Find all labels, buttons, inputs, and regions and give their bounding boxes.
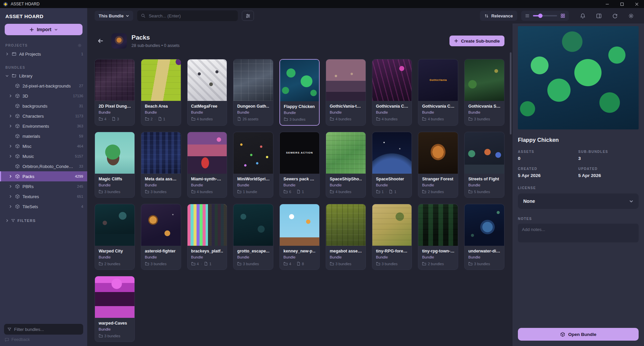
bundle-card[interactable]: kenney_new-p… Bundle 4·8 (279, 204, 320, 270)
sidebar-bundle-item[interactable]: Environments 363 (0, 121, 87, 131)
bundle-cube-icon (15, 154, 20, 159)
thumbnail-text: SEWERS ACTION (286, 151, 313, 155)
sidebar-item-count: 17136 (71, 94, 83, 98)
scrollbar-thumb[interactable] (510, 52, 512, 134)
arrow-left-icon (97, 37, 104, 45)
close-button[interactable] (629, 0, 644, 8)
refresh-button[interactable] (608, 10, 621, 21)
filter-bundles-input[interactable] (14, 327, 80, 332)
bundle-type-label: Bundle (422, 183, 454, 187)
sidebar-item-library[interactable]: Library (0, 71, 87, 81)
bundle-card[interactable]: SEWERS ACTION Sewers pack … Bundle 6·1 (279, 132, 320, 198)
bundle-thumbnail (280, 60, 319, 101)
bundle-card[interactable]: Streets of Fight Bundle 5 bundles (464, 132, 504, 198)
sidebar-bundle-item[interactable]: 3D 17136 (0, 91, 87, 101)
library-folder-icon (12, 73, 17, 78)
bundle-card[interactable]: Gothicvania S… Bundle 3 bundles (464, 59, 504, 126)
sidebar-bundle-item[interactable]: materials 59 (0, 131, 87, 141)
bundle-card[interactable]: SpaceShipSho… Bundle 4 bundles (326, 132, 366, 198)
chevron-right-icon (9, 155, 13, 158)
notifications-button[interactable] (576, 10, 589, 21)
create-subbundle-button[interactable]: Create Sub-bundle (449, 36, 504, 46)
app-window: ASSET HOARD ASSET HOARD Import PROJECTS (0, 0, 644, 346)
bundle-thumbnail (141, 59, 181, 101)
sidebar-bundle-item[interactable]: Misc 464 (0, 141, 87, 151)
bundle-type-label: Bundle (99, 183, 131, 187)
feedback-link[interactable]: Feedback (5, 337, 83, 342)
slider-knob[interactable] (538, 14, 542, 18)
bundle-card[interactable]: SpaceShooter Bundle 1·1 (372, 132, 412, 198)
panel-toggle-button[interactable] (592, 10, 605, 21)
sidebar-bundle-item[interactable]: Characters 1173 (0, 111, 87, 121)
bundle-counts: 3 bundles (99, 334, 131, 338)
bundle-card[interactable]: Warped City Bundle 2 bundles (95, 204, 135, 270)
folder-icon (422, 117, 426, 121)
bundle-type-label: Bundle (145, 183, 177, 187)
list-view-icon[interactable] (525, 13, 530, 18)
sidebar-bundle-item[interactable]: Orbitron,Roboto_Conde… 33 (0, 161, 87, 171)
bundle-tree: 2d-pixel-art-backgrounds 27 3D 17136 bac… (0, 81, 87, 212)
search-input[interactable] (149, 13, 234, 18)
sidebar-item-all-projects[interactable]: All Projects 1 (0, 49, 87, 59)
sort-button[interactable]: Relevance (480, 11, 517, 21)
bundle-card[interactable]: Miami-synth-… Bundle 4 bundles (187, 132, 227, 198)
bundle-card[interactable]: Beach Area Bundle 2·1 (141, 59, 181, 126)
sidebar-bundle-item[interactable]: Textures 651 (0, 191, 87, 201)
bundle-card[interactable]: GothicVania-t… Bundle 4 bundles (326, 59, 366, 126)
bundle-cube-icon (15, 194, 20, 199)
sidebar-filters-toggle[interactable]: FILTERS (0, 216, 87, 226)
bundle-type-label: Bundle (237, 183, 269, 187)
import-button[interactable]: Import (5, 24, 83, 35)
bundle-cube-icon (15, 134, 20, 138)
grid-view-icon[interactable] (560, 13, 565, 18)
back-button[interactable] (95, 35, 107, 47)
chevron-down-icon (126, 14, 129, 17)
bundle-counts: 1 bundle (237, 189, 269, 194)
bundle-counts: 3 bundles (468, 117, 500, 121)
sidebar-bundle-item[interactable]: 2d-pixel-art-backgrounds 27 (0, 81, 87, 91)
bundle-card[interactable]: tiny-RPG-fore… Bundle 3 bundles (372, 204, 412, 270)
minimize-button[interactable] (600, 0, 614, 8)
bundle-card[interactable]: tiny-rpg-town-… Bundle 2 bundles (418, 204, 458, 270)
bundle-card[interactable]: Stranger Forest Bundle 2 bundles (418, 132, 458, 198)
bundle-card[interactable]: MiniWorldSpri… Bundle 1 bundle (233, 132, 273, 198)
license-label: LICENSE (518, 186, 639, 190)
sidebar-bundle-item[interactable]: backgrounds 31 (0, 101, 87, 111)
open-bundle-button[interactable]: Open Bundle (518, 328, 639, 341)
bundle-card[interactable]: CatMegaFree Bundle 4 bundles (187, 59, 227, 126)
sidebar-bundle-item[interactable]: TileSets 4 (0, 201, 87, 212)
bundle-card[interactable]: warped-Caves Bundle 3 bundles (95, 276, 135, 342)
bundle-card[interactable]: Meta data ass… Bundle 3 bundles (141, 132, 181, 198)
bundle-card[interactable]: Magic Cliffs Bundle 3 bundles (95, 132, 135, 198)
bundle-title: Flappy Chicken (284, 104, 315, 109)
sidebar-bundle-item[interactable]: Packs 4299 (0, 171, 87, 181)
advanced-filters-button[interactable] (242, 11, 254, 21)
bundle-thumbnail (465, 132, 504, 174)
sidebar-item-count: 464 (75, 144, 83, 148)
scope-dropdown[interactable]: This Bundle (95, 11, 133, 21)
bundle-card[interactable]: grotto_escape… Bundle 3 bundles (233, 204, 273, 270)
folder-icon (99, 189, 103, 194)
bundle-card[interactable]: Dungeon Gath… Bundle 26 assets (233, 59, 273, 126)
bundle-card[interactable]: GothicVania Gothicvania C… Bundle 4 bund… (418, 59, 458, 126)
bundle-counts: 2 bundles (422, 262, 454, 266)
settings-button[interactable] (625, 10, 637, 21)
bundle-thumbnail (95, 276, 135, 318)
thumbnail-size-slider[interactable] (533, 15, 557, 16)
bundle-card[interactable]: brackeys_platf… Bundle 4·1 (187, 204, 227, 270)
sidebar-bundle-item[interactable]: Music 5157 (0, 151, 87, 161)
projects-settings-icon[interactable] (77, 43, 82, 48)
projects-header-label: PROJECTS (5, 44, 28, 47)
bundle-card[interactable]: underwater-di… Bundle 3 bundles (464, 204, 504, 270)
sidebar-bundle-item[interactable]: PBRs 245 (0, 181, 87, 191)
license-dropdown[interactable]: None (518, 193, 639, 209)
bundle-type-label: Bundle (422, 255, 454, 259)
notes-input[interactable] (518, 224, 639, 242)
bundle-card[interactable]: 2D Pixel Dung… Bundle 4·3 (95, 59, 135, 126)
bundle-card[interactable]: Gothicvania C… Bundle 4 bundles (372, 59, 412, 126)
bundle-card[interactable]: megabot asse… Bundle 3 bundles (326, 204, 366, 270)
maximize-button[interactable] (614, 0, 629, 8)
bundle-card[interactable]: Flappy Chicken Bundle 3 bundles (279, 59, 320, 126)
subbundles-value: 3 (578, 156, 639, 161)
bundle-card[interactable]: asteroid-fighter Bundle 3 bundles (141, 204, 181, 270)
